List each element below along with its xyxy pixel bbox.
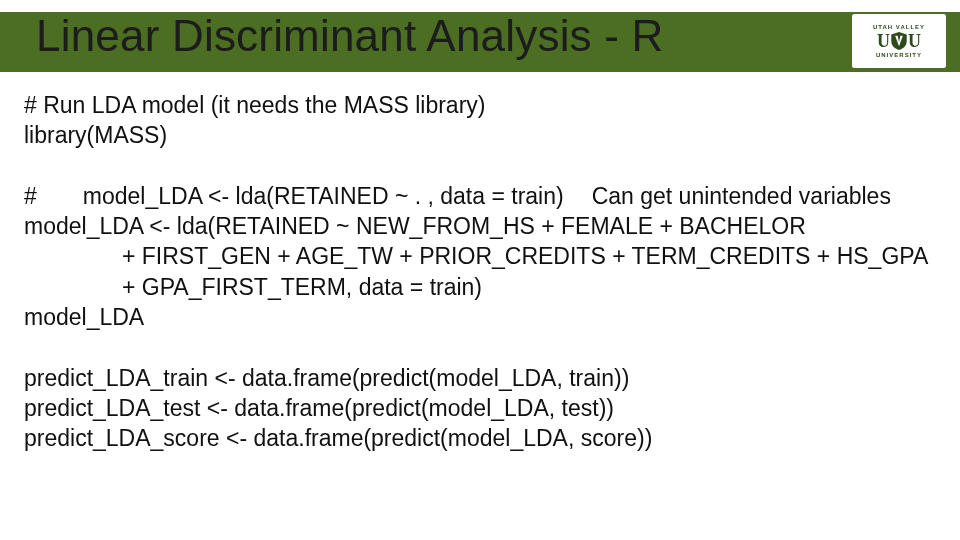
- code-line: library(MASS): [24, 120, 936, 150]
- code-line: predict_LDA_train <- data.frame(predict(…: [24, 363, 936, 393]
- code-line: + GPA_FIRST_TERM, data = train): [24, 272, 936, 302]
- logo-letter-u2: U: [908, 32, 921, 50]
- shield-icon: [891, 32, 907, 50]
- code-line: predict_LDA_score <- data.frame(predict(…: [24, 423, 936, 453]
- code-line: predict_LDA_test <- data.frame(predict(m…: [24, 393, 936, 423]
- logo-text-bottom: UNIVERSITY: [876, 52, 922, 58]
- slide-body: # Run LDA model (it needs the MASS libra…: [0, 72, 960, 454]
- uvu-logo: UTAH VALLEY U U UNIVERSITY: [852, 14, 946, 68]
- slide-title: Linear Discriminant Analysis - R: [36, 0, 664, 72]
- logo-text-mid: U U: [877, 32, 921, 50]
- code-line: model_LDA <- lda(RETAINED ~ NEW_FROM_HS …: [24, 211, 936, 241]
- code-line: #model_LDA <- lda(RETAINED ~ . , data = …: [24, 181, 936, 211]
- code-text: Can get unintended variables: [592, 183, 891, 209]
- code-text: model_LDA <- lda(RETAINED ~ . , data = t…: [83, 183, 564, 209]
- code-line: # Run LDA model (it needs the MASS libra…: [24, 90, 936, 120]
- code-line: model_LDA: [24, 302, 936, 332]
- code-text: #: [24, 183, 37, 209]
- slide-header: Linear Discriminant Analysis - R UTAH VA…: [0, 0, 960, 72]
- logo-letter-u: U: [877, 32, 890, 50]
- logo-text-top: UTAH VALLEY: [873, 24, 925, 30]
- code-line: + FIRST_GEN + AGE_TW + PRIOR_CREDITS + T…: [24, 241, 936, 271]
